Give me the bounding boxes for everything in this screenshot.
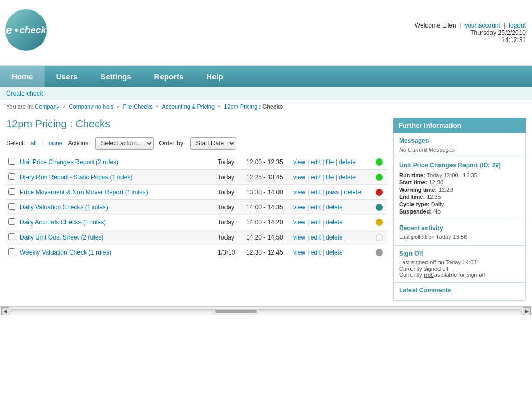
row-delete-3[interactable]: delete xyxy=(326,204,343,211)
row-name-6[interactable]: Weekly Valuation Check (1 rules) xyxy=(20,249,218,256)
row-status-3 xyxy=(374,204,385,211)
row-delete-1[interactable]: delete xyxy=(339,174,356,181)
your-account-link[interactable]: your account xyxy=(464,22,500,29)
select-all-link[interactable]: all xyxy=(31,140,37,147)
breadcrumb-company-no-hols[interactable]: Company no hols xyxy=(69,103,114,110)
row-date-4: Today xyxy=(218,219,246,226)
row-name-4[interactable]: Daily Accruals Checks (1 rules) xyxy=(20,219,218,226)
row-name-5[interactable]: Daily Unit Cost Sheet (2 rules) xyxy=(20,234,218,241)
row-file-0[interactable]: file xyxy=(326,158,334,166)
table-row: Unit Price Changes Report (2 rules) Toda… xyxy=(6,155,387,170)
breadcrumb-file-checks[interactable]: File Checks xyxy=(123,103,152,110)
sidebar-report-title-link[interactable]: Unit Price Changes Report (ID: 29) xyxy=(399,162,520,169)
row-edit-3[interactable]: edit xyxy=(311,204,321,211)
row-checkbox-0[interactable] xyxy=(8,158,20,166)
sidebar-sign-off-title: Sign Off xyxy=(399,250,520,257)
breadcrumb-accounting-pricing[interactable]: Accounting & Pricing xyxy=(162,103,215,110)
breadcrumb-company[interactable]: Company xyxy=(35,103,59,110)
header-right: Welcome Ellen | your account | logout Th… xyxy=(415,22,526,44)
nav-reports[interactable]: Reports xyxy=(143,66,195,87)
sidebar-last-polled: Last polled on Today 13:56 xyxy=(399,234,520,240)
row-date-6: 1/3/10 xyxy=(218,249,246,256)
create-check-link[interactable]: Create check xyxy=(6,90,43,97)
sidebar-cycle-type-val: Daily xyxy=(431,201,444,207)
row-edit-2[interactable]: edit xyxy=(311,189,321,196)
row-edit-1[interactable]: edit xyxy=(311,174,321,181)
sidebar-end-time-val: 12:35 xyxy=(427,194,441,200)
row-edit-4[interactable]: edit xyxy=(311,219,321,226)
header: e check Welcome Ellen | your account | l… xyxy=(0,0,532,66)
row-view-3[interactable]: view xyxy=(293,204,305,211)
nav-help[interactable]: Help xyxy=(195,66,235,87)
row-checkbox-2[interactable] xyxy=(8,188,20,196)
row-view-0[interactable]: view xyxy=(293,158,305,166)
sidebar-cycle-type-label: Cycle type: xyxy=(399,201,430,207)
sidebar-currently-text: Currently xyxy=(399,272,422,278)
row-view-5[interactable]: view xyxy=(293,234,305,241)
row-checkbox-3[interactable] xyxy=(8,203,20,211)
breadcrumb-12pm-pricing[interactable]: 12pm Pricing xyxy=(224,103,257,110)
row-checkbox-6[interactable] xyxy=(8,248,20,257)
row-time-5: 14:20 - 14:50 xyxy=(246,234,293,241)
row-edit-0[interactable]: edit xyxy=(311,158,321,166)
row-checkbox-1[interactable] xyxy=(8,173,20,181)
actions-label: Actions: xyxy=(68,140,90,147)
table-row: Price Movement & Non Mover Report (1 rul… xyxy=(6,185,387,200)
controls-sep-1: | xyxy=(42,140,44,147)
row-name-3[interactable]: Daily Valuation Checks (1 rules) xyxy=(20,204,218,211)
row-delete-2[interactable]: delete xyxy=(344,189,361,196)
row-checkbox-4[interactable] xyxy=(8,218,20,227)
logo-dot xyxy=(15,29,18,32)
sidebar-not-text: not xyxy=(424,272,434,278)
sidebar-recent-activity-section: Recent activity Last polled on Today 13:… xyxy=(393,220,526,246)
row-name-1[interactable]: Diary Run Report - Static Prices (1 rule… xyxy=(20,174,218,181)
row-actions-6: view | edit | delete xyxy=(293,249,374,256)
row-view-1[interactable]: view xyxy=(293,174,305,181)
status-dot-0 xyxy=(376,158,383,166)
status-dot-1 xyxy=(376,174,383,181)
table-row: Diary Run Report - Static Prices (1 rule… xyxy=(6,170,387,185)
header-date: Thursday 25/2/2010 xyxy=(415,29,526,36)
bottom-scrollbar: ◀ ▶ xyxy=(0,306,532,315)
scroll-right-btn[interactable]: ▶ xyxy=(523,307,531,315)
row-date-5: Today xyxy=(218,234,246,241)
row-view-4[interactable]: view xyxy=(293,219,305,226)
row-pass-2[interactable]: pass xyxy=(326,189,339,196)
nav-users[interactable]: Users xyxy=(45,66,89,87)
sidebar-start-time-val: 12:00 xyxy=(429,179,443,185)
sidebar-messages-section: Messages No Current Messages xyxy=(393,133,526,157)
row-name-0[interactable]: Unit Price Changes Report (2 rules) xyxy=(20,158,218,166)
breadcrumb-sep-2: » xyxy=(116,103,119,110)
nav-settings[interactable]: Settings xyxy=(89,66,142,87)
scroll-left-btn[interactable]: ◀ xyxy=(1,307,9,315)
row-view-2[interactable]: view xyxy=(293,189,305,196)
page-title: 12pm Pricing : Checks xyxy=(6,118,387,130)
sidebar-recent-activity-title: Recent activity xyxy=(399,224,520,232)
scroll-track[interactable] xyxy=(10,309,522,313)
order-select[interactable]: Start Date Name End Date xyxy=(190,137,236,150)
row-delete-5[interactable]: delete xyxy=(326,234,343,241)
row-delete-6[interactable]: delete xyxy=(326,249,343,256)
row-edit-5[interactable]: edit xyxy=(311,234,321,241)
row-delete-0[interactable]: delete xyxy=(339,158,356,166)
row-delete-4[interactable]: delete xyxy=(326,219,343,226)
select-none-link[interactable]: none xyxy=(49,140,63,147)
row-edit-6[interactable]: edit xyxy=(311,249,321,256)
row-date-2: Today xyxy=(218,189,246,196)
row-file-1[interactable]: file xyxy=(326,174,334,181)
status-dot-5 xyxy=(376,234,383,241)
row-view-6[interactable]: view xyxy=(293,249,305,256)
breadcrumb-current: : Checks xyxy=(259,103,283,110)
breadcrumb-you-are-in: You are in: xyxy=(6,103,35,110)
sidebar-report-section: Unit Price Changes Report (ID: 29) Run t… xyxy=(393,157,526,220)
sidebar-run-time-label: Run time: xyxy=(399,172,425,178)
status-dot-2 xyxy=(376,189,383,196)
row-checkbox-5[interactable] xyxy=(8,233,20,242)
logo-check-text: check xyxy=(20,25,46,36)
actions-select[interactable]: Select action... Delete File Pass xyxy=(95,137,154,150)
logout-link[interactable]: logout xyxy=(509,22,526,29)
row-name-2[interactable]: Price Movement & Non Mover Report (1 rul… xyxy=(20,189,218,196)
nav-home[interactable]: Home xyxy=(0,66,45,87)
breadcrumb-sep-4: » xyxy=(218,103,221,110)
controls-bar: Select: all | none Actions: Select actio… xyxy=(6,137,387,150)
